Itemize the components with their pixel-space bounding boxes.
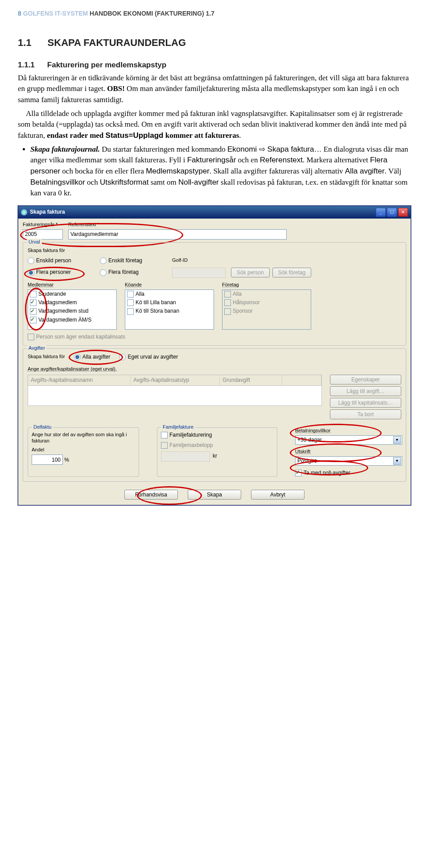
medlemmar-listbox[interactable]: Studerande Vardagsmedlem Vardagsmedlem s… [28,289,117,330]
sok-foretag-button: Sök företag [272,268,311,277]
familjemaxbelopp-input [161,451,210,462]
ta-bort-button: Ta bort [330,409,401,419]
familjefakturering-checkbox[interactable]: Familjefakturering [161,431,273,439]
bullet-list: Skapa fakturajournal. Du startar fakture… [30,144,410,199]
foretag-header: Företag [222,281,311,289]
avgifter-table-body [28,386,322,406]
group-familjefakture: Familjefakture Familjefakturering Familj… [157,427,277,477]
avbryt-button[interactable]: Avbryt [251,490,305,500]
medlemmar-header: Medlemmar [28,281,117,289]
lagg-till-kapitalinsats-button: Lägg till kapitalinsats… [330,398,401,408]
legend-delfaktu: Delfaktu [32,424,53,431]
group-betalning-utskrift: Betalningsvillkor +30-dagar ▾ Utskrift P… [295,427,402,477]
koande-header: Köande [125,281,214,289]
legend-familjefakture: Familjefakture [161,424,195,431]
kapitalinsats-checkbox: Person som äger endast kapitalinsats [28,333,401,341]
radio-enskild-person[interactable]: Enskild person [28,257,95,265]
dialog-skapa-faktura: Skapa faktura _ □ × Faktureringsår * Ref… [18,206,411,505]
golfid-input [172,268,226,278]
radio-eget-urval[interactable]: Eget urval av avgifter [119,353,178,361]
radio-alla-avgifter[interactable]: Alla avgifter [74,353,111,361]
app-icon [21,209,27,215]
koande-listbox[interactable]: Alla Kö till Lilla banan Kö till Stora b… [125,289,214,330]
lagg-till-avgift-button: Lägg till avgift… [330,386,401,396]
paragraph-1: Då faktureringen är en tidkrävande körni… [18,73,410,106]
delfaktu-help: Ange hur stor del av avgiften som ska in… [32,431,135,444]
system-name: GOLFENS IT-SYSTEM [23,10,88,17]
betalningsvillkor-label: Betalningsvillkor [295,427,402,434]
maximize-button[interactable]: □ [387,208,397,217]
foretag-listbox: Alla Hålsponsor Sponsor [222,289,311,330]
ange-avgifter-label: Ange avgifter/kapitalinsatser (eget urva… [28,366,401,373]
skapa-for-label: Skapa faktura för [28,247,401,254]
avgifter-table-header: Avgifts-/kapitalinsatsnamn Avgifts-/kapi… [28,375,322,386]
chevron-down-icon: ▾ [393,457,401,465]
faktureringsar-input[interactable] [23,229,63,240]
close-button[interactable]: × [398,208,408,217]
golfid-label: Golf-ID [172,257,226,264]
heading-1-1-1: 1.1.1Fakturering per medlemskapstyp [18,60,410,71]
andel-input[interactable] [32,455,63,465]
group-delfaktu: Delfaktu Ange hur stor del av avgiften s… [28,427,139,477]
skapa-for2-label: Skapa faktura för [28,353,65,360]
radio-flera-foretag[interactable]: Flera företag [100,269,167,276]
betalningsvillkor-select[interactable]: +30-dagar ▾ [295,435,402,445]
andel-label: Andel [32,446,135,454]
chevron-down-icon: ▾ [393,436,401,444]
titlebar[interactable]: Skapa faktura _ □ × [18,206,411,219]
fieldset-urval: Urval Skapa faktura för Enskild person E… [23,242,406,346]
forhandsvisa-button[interactable]: Förhandsvisa [124,490,178,500]
fieldset-avgifter: Avgifter Skapa faktura för Alla avgifter… [23,348,406,482]
egenskaper-button: Egenskaper [330,375,401,384]
skapa-button[interactable]: Skapa [188,490,241,500]
radio-enskilt-foretag[interactable]: Enskilt företag [100,257,167,265]
radio-flera-personer[interactable]: Flera personer [28,269,95,276]
referenstext-label: Referenstext * [68,221,406,228]
legend-urval: Urval [27,239,42,246]
referenstext-input[interactable] [68,229,287,240]
page-number: 8 [18,10,21,17]
utskrift-select[interactable]: Postgiro ▾ [295,456,402,466]
sok-person-button: Sök person [231,268,270,277]
utskrift-label: Utskrift [295,448,402,455]
page-header: 8 GOLFENS IT-SYSTEM HANDBOK EKONOMI (FAK… [18,9,410,18]
heading-1-1: 1.1SKAPA FAKTURAUNDERLAG [18,36,410,50]
minimize-button[interactable]: _ [376,208,386,217]
doc-title: HANDBOK EKONOMI (FAKTURERING) 1.7 [90,10,214,17]
familjemaxbelopp-checkbox: Familjemaxbelopp [161,442,273,449]
legend-avgifter: Avgifter [27,345,47,352]
paragraph-2: Alla tilldelade och upplagda avgifter ko… [18,108,410,141]
window-title: Skapa faktura [30,208,376,216]
faktureringsar-label: Faktureringsår * [23,221,63,228]
bullet-skapa-fakturajournal: Skapa fakturajournal. Du startar fakture… [30,144,410,199]
tamed-nollavgifter-checkbox[interactable]: Ta med noll-avgifter [295,469,402,477]
